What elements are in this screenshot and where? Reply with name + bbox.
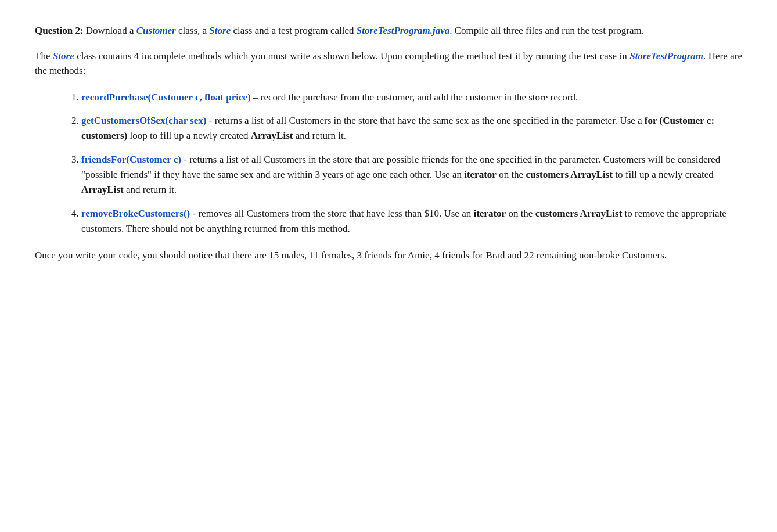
method-desc-3g: and return it.	[124, 184, 177, 195]
compile-text: . Compile all three files and run the te…	[449, 25, 644, 36]
method-desc-4b: iterator	[473, 208, 506, 219]
class-text2: class and a test program called	[231, 25, 357, 36]
store-link1: Store	[209, 25, 231, 36]
store-link2: Store	[53, 51, 74, 62]
method-desc-2a: returns a list of all Customers in the s…	[215, 115, 645, 126]
storetestprogram-link2: StoreTestProgram	[629, 51, 703, 62]
paragraph-2: The Store class contains 4 incomplete me…	[35, 49, 742, 78]
method-desc-3b: iterator	[464, 169, 497, 180]
para2-start: The	[35, 51, 53, 62]
page-container: Question 2: Download a Customer class, a…	[35, 23, 742, 263]
customer-link: Customer	[136, 25, 176, 36]
list-item: recordPurchase(Customer c, float price) …	[81, 90, 742, 105]
question-label: Question 2:	[35, 25, 84, 36]
method-name-1: recordPurchase(Customer c, float price)	[81, 92, 251, 103]
conclusion-text: Once you write your code, you should not…	[35, 250, 667, 261]
method-desc-4d: customers ArrayList	[535, 208, 623, 219]
method-separator-1: –	[251, 92, 261, 103]
method-desc-3c: on the	[497, 169, 526, 180]
method-desc-3d: customers ArrayList	[526, 169, 613, 180]
method-name-2: getCustomersOfSex(char sex)	[81, 115, 206, 126]
question-intro: Download a	[84, 25, 136, 36]
method-desc-3e: to fill up a newly created	[613, 169, 714, 180]
method-name-4: removeBrokeCustomers()	[81, 208, 190, 219]
method-separator-3: -	[181, 154, 189, 165]
question-header: Question 2: Download a Customer class, a…	[35, 23, 742, 38]
method-desc-2e: and return it.	[293, 130, 346, 141]
method-desc-1: record the purchase from the customer, a…	[261, 92, 578, 103]
storetestprogram-link: StoreTestProgram.java	[357, 25, 449, 36]
method-separator-4: -	[190, 208, 198, 219]
list-item: getCustomersOfSex(char sex) - returns a …	[81, 113, 742, 144]
method-name-3: friendsFor(Customer c)	[81, 154, 181, 165]
method-desc-4c: on the	[506, 208, 535, 219]
method-desc-2c: loop to fill up a newly created	[127, 130, 250, 141]
method-desc-3f: ArrayList	[81, 184, 124, 195]
method-desc-2d: ArrayList	[251, 130, 293, 141]
class-text1: class, a	[176, 25, 210, 36]
method-separator-2: -	[206, 115, 214, 126]
list-item: friendsFor(Customer c) - returns a list …	[81, 152, 742, 198]
conclusion-paragraph: Once you write your code, you should not…	[35, 248, 742, 263]
list-item: removeBrokeCustomers() - removes all Cus…	[81, 206, 742, 237]
methods-list: recordPurchase(Customer c, float price) …	[81, 90, 742, 237]
method-desc-4a: removes all Customers from the store tha…	[198, 208, 473, 219]
para2-mid: class contains 4 incomplete methods whic…	[74, 51, 629, 62]
